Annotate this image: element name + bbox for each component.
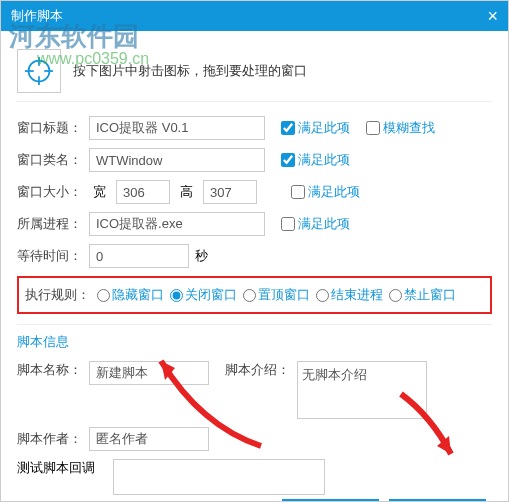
width-input[interactable] bbox=[116, 180, 170, 204]
script-intro-label: 脚本介绍： bbox=[225, 361, 291, 379]
check-satisfy-title[interactable]: 满足此项 bbox=[281, 119, 350, 137]
target-icon[interactable] bbox=[17, 49, 61, 93]
title-bar: 制作脚本 × bbox=[1, 1, 508, 31]
check-fuzzy[interactable]: 模糊查找 bbox=[366, 119, 435, 137]
window-class-label: 窗口类名： bbox=[17, 151, 83, 169]
rule-hide-window[interactable]: 隐藏窗口 bbox=[97, 286, 164, 304]
window-class-input[interactable] bbox=[89, 148, 265, 172]
intro-row: 按下图片中射击图标，拖到要处理的窗口 bbox=[17, 43, 492, 102]
wait-unit: 秒 bbox=[195, 247, 208, 265]
window-size-label: 窗口大小： bbox=[17, 183, 83, 201]
rule-end-process[interactable]: 结束进程 bbox=[316, 286, 383, 304]
window-title: 制作脚本 bbox=[11, 7, 63, 25]
height-label: 高 bbox=[180, 183, 193, 201]
script-name-label: 脚本名称： bbox=[17, 361, 83, 379]
script-info-title: 脚本信息 bbox=[17, 324, 492, 351]
height-input[interactable] bbox=[203, 180, 257, 204]
process-label: 所属进程： bbox=[17, 215, 83, 233]
callback-label: 测试脚本回调 bbox=[17, 459, 107, 477]
rules-highlight-box: 执行规则： 隐藏窗口 关闭窗口 置顶窗口 结束进程 禁止窗口 bbox=[17, 276, 492, 314]
rule-close-window[interactable]: 关闭窗口 bbox=[170, 286, 237, 304]
process-input[interactable] bbox=[89, 212, 265, 236]
width-label: 宽 bbox=[93, 183, 106, 201]
check-satisfy-class[interactable]: 满足此项 bbox=[281, 151, 350, 169]
wait-label: 等待时间： bbox=[17, 247, 83, 265]
intro-text: 按下图片中射击图标，拖到要处理的窗口 bbox=[73, 62, 307, 80]
script-intro-textarea[interactable]: 无脚本介绍 bbox=[297, 361, 427, 419]
close-icon[interactable]: × bbox=[487, 6, 498, 27]
window-title-input[interactable] bbox=[89, 116, 265, 140]
check-satisfy-process[interactable]: 满足此项 bbox=[281, 215, 350, 233]
callback-textarea[interactable] bbox=[113, 459, 325, 495]
script-author-label: 脚本作者： bbox=[17, 430, 83, 448]
wait-input[interactable] bbox=[89, 244, 189, 268]
rules-label: 执行规则： bbox=[25, 286, 91, 304]
script-name-input[interactable] bbox=[89, 361, 209, 385]
rule-forbid-window[interactable]: 禁止窗口 bbox=[389, 286, 456, 304]
script-author-input[interactable] bbox=[89, 427, 209, 451]
rule-top-window[interactable]: 置顶窗口 bbox=[243, 286, 310, 304]
window-title-label: 窗口标题： bbox=[17, 119, 83, 137]
check-satisfy-size[interactable]: 满足此项 bbox=[291, 183, 360, 201]
